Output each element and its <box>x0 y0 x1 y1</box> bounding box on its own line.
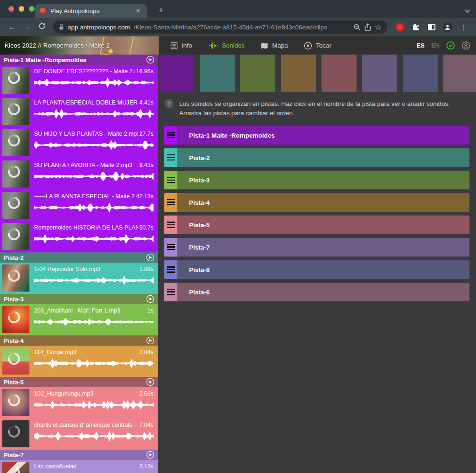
sidebar-track-header[interactable]: Pista-1 Maite -Rompemoldes <box>0 55 158 65</box>
new-tab-button[interactable]: + <box>155 5 167 16</box>
back-button[interactable]: ← <box>6 23 19 31</box>
track-color-swatch[interactable] <box>240 55 275 92</box>
clip-duration: 2.56s <box>139 390 154 397</box>
zoom-window-button[interactable] <box>29 6 35 12</box>
tab-mapa[interactable]: Mapa <box>260 42 288 49</box>
track-name: Pista-5 <box>177 216 210 234</box>
share-icon[interactable] <box>364 23 371 31</box>
track-row[interactable]: Pista-5 <box>164 216 469 234</box>
track-color-swatch[interactable] <box>362 55 397 92</box>
address-bar[interactable]: app.antropoloops.com/Kleos-Santa-Marina/… <box>53 21 387 34</box>
sidebar-track-section: Pista-3 203_Amalihani - Mali: Part 1.mp3… <box>0 294 158 335</box>
track-row[interactable]: Pista-4 <box>164 193 469 212</box>
breadcrumb[interactable]: Kleos 2022 // Rompemoldes / Maite 2 <box>0 36 159 55</box>
audio-clip[interactable]: chants et danses d' amerique centrale - … <box>0 418 158 450</box>
waveform <box>34 171 154 182</box>
sidebar-track-header[interactable]: Pista-7 <box>0 450 158 460</box>
play-track-icon[interactable] <box>146 253 154 262</box>
minimize-window-button[interactable] <box>19 6 24 12</box>
audio-clip[interactable]: 114_Gunjai.mp3 2.84s <box>0 346 158 377</box>
check-circle-icon[interactable] <box>446 41 455 50</box>
sidebar-track-section: Pista-2 1-04 Repicador Solo.mp3 1.89s <box>0 252 158 294</box>
waveform <box>34 431 154 442</box>
track-row[interactable]: Pista-1 Maite -Rompemoldes <box>164 126 469 145</box>
drag-handle[interactable] <box>164 260 177 279</box>
browser-menu-icon[interactable]: ⋮ <box>456 26 470 28</box>
audio-clip[interactable]: Rompemoldes HISTORIA DE LAS PLANTAS... 5… <box>0 221 158 252</box>
track-color-swatch[interactable] <box>281 55 316 92</box>
track-color-swatch[interactable] <box>200 55 235 92</box>
clip-title: Las castañuelas <box>34 463 76 470</box>
sidebar-track-header[interactable]: Pista-2 <box>0 252 158 263</box>
waveform <box>34 139 154 151</box>
track-row[interactable]: Pista-2 <box>164 148 469 167</box>
tab-search-chevron-icon[interactable] <box>464 7 470 15</box>
record-icon[interactable] <box>393 24 407 30</box>
profile-avatar-icon[interactable] <box>441 22 455 32</box>
grip-icon <box>167 177 175 183</box>
zoom-icon[interactable] <box>353 23 361 31</box>
grip-icon <box>167 132 175 139</box>
play-track-icon[interactable] <box>146 451 154 459</box>
waveform <box>34 399 154 410</box>
audio-clip[interactable]: SU HIJO Y LAS PLANTAS - Maite 2.mp3 27.7… <box>0 127 158 159</box>
lock-icon[interactable] <box>59 24 64 30</box>
reload-button[interactable] <box>35 22 49 32</box>
audio-clip[interactable]: 203_Amalihani - Mali: Part 1.mp3 1s <box>0 304 158 335</box>
sidebar-track-header[interactable]: Pista-3 <box>0 294 158 304</box>
grip-icon <box>167 199 175 206</box>
audio-clip[interactable]: 1-04 Repicador Solo.mp3 1.89s <box>0 263 158 294</box>
tab-sonidos-label: Sonidos <box>222 42 245 49</box>
panel-icon[interactable] <box>425 24 439 30</box>
drag-handle[interactable] <box>164 216 177 234</box>
play-track-icon[interactable] <box>146 378 154 386</box>
play-track-icon[interactable] <box>146 295 154 303</box>
track-color-swatch[interactable] <box>403 55 438 92</box>
tracks-sidebar: Pista-1 Maite -Rompemoldes DE DONDE ERES… <box>0 55 158 473</box>
audio-clip[interactable]: Las castañuelas 3.13s <box>0 460 158 473</box>
sidebar-track-header[interactable]: Pista-4 <box>0 335 158 346</box>
audio-clip[interactable]: DE DONDE ERES???????? - Maite 2.mp3 16.9… <box>0 65 158 96</box>
clip-list: 102_Hunguhungu.mp3 2.56s chants et danse… <box>0 387 158 450</box>
waveform <box>34 316 154 327</box>
audio-clip[interactable]: LA PLANTA ESPECIAL DOBLE MUJER - Mai... … <box>0 96 158 127</box>
tab-sonidos[interactable]: Sonidos <box>208 42 245 49</box>
audio-clip[interactable]: 102_Hunguhungu.mp3 2.56s <box>0 387 158 418</box>
loading-arc-icon <box>6 392 22 409</box>
audio-clip[interactable]: ------LA PLANNTA ESPECIAL - Maite 2.mp3 … <box>0 190 158 221</box>
lang-es[interactable]: ES <box>417 42 425 49</box>
sidebar-track-section: Pista-4 114_Gunjai.mp3 2.84s <box>0 335 158 377</box>
track-row[interactable]: Pista-7 <box>164 238 469 257</box>
drag-handle[interactable] <box>164 238 177 257</box>
track-name: Pista-2 <box>177 148 210 167</box>
tab-tocar[interactable]: Tocar <box>304 42 331 50</box>
browser-tab[interactable]: Play Antropoloops ✕ <box>35 4 147 18</box>
bookmark-star-icon[interactable]: ☆ <box>375 22 382 32</box>
clip-duration: 9.43s <box>139 162 154 168</box>
lang-en[interactable]: EN <box>431 42 440 49</box>
track-row[interactable]: Pista-3 <box>164 171 469 189</box>
audio-clip[interactable]: SU PLANTA FAVORITA - Maite 2.mp3 9.43s <box>0 159 158 190</box>
track-color-swatch[interactable] <box>443 55 476 92</box>
close-window-button[interactable] <box>8 6 14 12</box>
extensions-icon[interactable] <box>409 23 423 31</box>
clip-duration: 4.41s <box>139 99 154 106</box>
play-track-icon[interactable] <box>146 336 154 345</box>
track-color-swatch[interactable] <box>322 55 357 92</box>
drag-handle[interactable] <box>164 193 177 212</box>
drag-handle[interactable] <box>164 171 177 189</box>
tab-info[interactable]: Info <box>170 42 192 49</box>
track-color-swatch[interactable] <box>159 55 194 92</box>
forward-button[interactable]: → <box>21 23 34 31</box>
loading-arc-icon <box>6 309 22 326</box>
drag-handle[interactable] <box>164 126 177 145</box>
clip-duration: 7.04s <box>139 422 154 428</box>
drag-handle[interactable] <box>164 148 177 167</box>
track-row[interactable]: Pista-6 <box>164 283 469 301</box>
sidebar-track-header[interactable]: Pista-5 <box>0 377 158 387</box>
drag-handle[interactable] <box>164 283 177 301</box>
close-tab-icon[interactable]: ✕ <box>134 7 142 15</box>
track-row[interactable]: Pista-8 <box>164 260 469 279</box>
play-track-icon[interactable] <box>146 56 154 64</box>
account-icon[interactable] <box>462 41 470 50</box>
